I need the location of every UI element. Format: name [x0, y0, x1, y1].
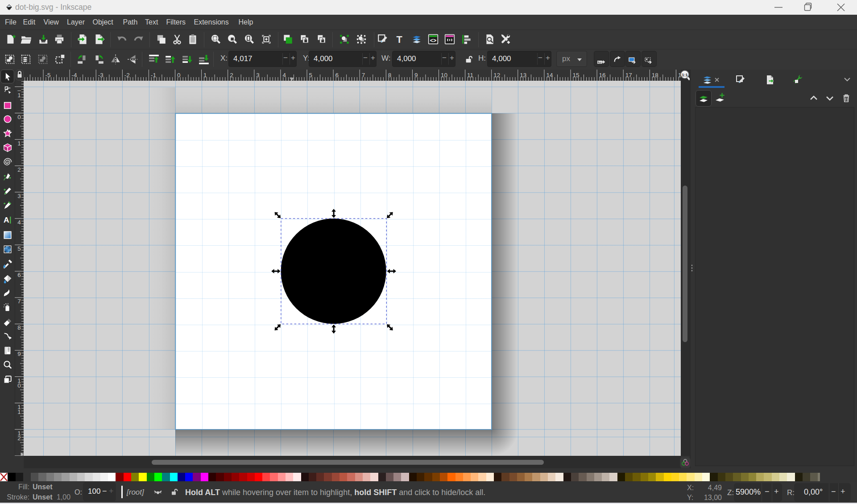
svg-text:16: 16 — [599, 72, 606, 78]
svg-text:-2: -2 — [124, 72, 130, 78]
svg-text:-3: -3 — [98, 72, 104, 78]
svg-text:12: 12 — [493, 72, 500, 78]
svg-text:3: 3 — [17, 193, 21, 199]
svg-text:6: 6 — [335, 72, 339, 78]
svg-text:8: 8 — [388, 72, 392, 78]
svg-text:1: 1 — [17, 409, 21, 415]
svg-text:2: 2 — [17, 435, 21, 442]
svg-text:11: 11 — [467, 72, 473, 78]
svg-text:3: 3 — [256, 72, 260, 78]
svg-text:7: 7 — [362, 72, 365, 78]
svg-text:17: 17 — [625, 72, 632, 78]
svg-text:<>: <> — [430, 37, 437, 44]
svg-text:0: 0 — [177, 72, 181, 78]
svg-text:5: 5 — [17, 245, 21, 252]
svg-text:1:1: 1:1 — [682, 72, 688, 77]
svg-text:-4: -4 — [72, 72, 77, 78]
svg-text:9: 9 — [414, 72, 418, 78]
svg-text:0: 0 — [17, 382, 21, 389]
svg-text:5: 5 — [309, 72, 313, 78]
svg-text:9: 9 — [17, 351, 21, 357]
svg-text:8: 8 — [17, 324, 21, 331]
svg-text:15: 15 — [573, 72, 580, 78]
svg-text:2: 2 — [17, 166, 21, 173]
svg-text:-1: -1 — [151, 72, 156, 78]
svg-text:7: 7 — [17, 298, 21, 305]
svg-text:4: 4 — [282, 72, 286, 78]
svg-text:4: 4 — [17, 219, 21, 226]
svg-text:-5: -5 — [46, 72, 51, 78]
svg-text:13: 13 — [520, 72, 526, 78]
svg-text:1: 1 — [203, 72, 207, 78]
svg-text:14: 14 — [546, 72, 553, 78]
svg-text:A: A — [3, 216, 9, 225]
svg-text:T: T — [396, 34, 402, 45]
svg-text:6: 6 — [17, 272, 21, 278]
svg-text:1: 1 — [17, 140, 21, 147]
svg-text:10: 10 — [441, 72, 447, 78]
svg-text:18: 18 — [652, 72, 658, 78]
svg-text:1: 1 — [17, 92, 21, 99]
svg-text:2: 2 — [230, 72, 233, 78]
svg-text:0: 0 — [17, 114, 21, 120]
